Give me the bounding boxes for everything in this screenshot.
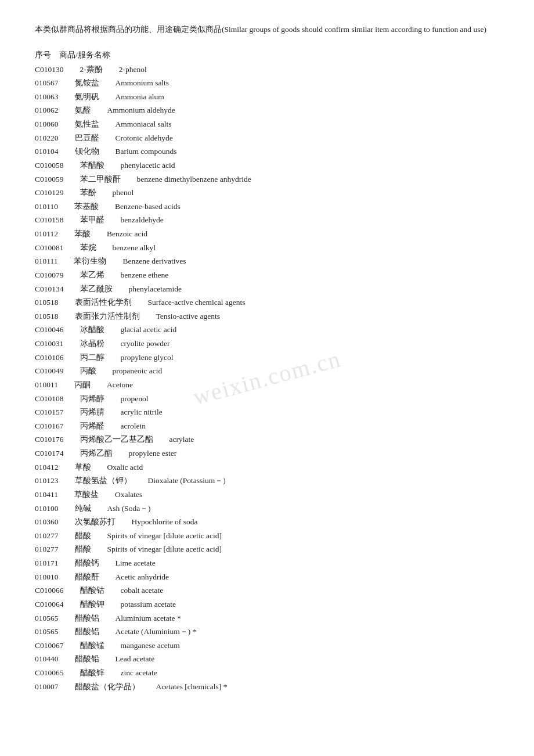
table-row: 010360 次氯酸苏打 Hypochlorite of soda [35,515,499,529]
table-row: 010518 表面活性化学剂 Surface-active chemical a… [35,296,499,309]
table-row: 010112 苯酸 Benzoic acid [35,227,499,241]
col-header-name: 商品/服务名称 [59,51,110,59]
table-row: 010171 醋酸钙 Lime acetate [35,556,499,570]
table-row: 010411 草酸盐 Oxalates [35,488,499,502]
table-row: 010111 苯衍生物 Benzene derivatives [35,254,499,268]
table-row: C010158 苯甲醛 benzaldehyde [35,213,499,227]
table-row: 010011 丙酮 Acetone [35,378,499,392]
table-row: C010049 丙酸 propaneoic acid [35,364,499,378]
table-header: 序号 商品/服务名称 [35,50,499,60]
table-row: C010046 冰醋酸 glacial acetic acid [35,323,499,337]
table-row: 010060 氨性盐 Ammoniacal salts [35,117,499,131]
table-row: 010100 纯碱 Ash (Soda－) [35,502,499,516]
table-row: 010565 醋酸铝 Aluminium acetate * [35,611,499,625]
table-row: C010167 丙烯醛 acrolein [35,419,499,433]
table-row: C010031 冰晶粉 cryolite powder [35,337,499,351]
table-row: 010518 表面张力活性制剂 Tensio-active agents [35,309,499,323]
table-row: 010123 草酸氢盐（钾） Dioxalate (Potassium－) [35,474,499,488]
table-row: 010277 醋酸 Spirits of vinegar [dilute ace… [35,529,499,543]
table-row: 010110 苯基酸 Benzene-based acids [35,200,499,214]
table-row: C010130 2-萘酚 2-phenol [35,63,499,77]
table-row: 010062 氨醛 Ammonium aldehyde [35,103,499,117]
col-header-num: 序号 [35,51,51,59]
table-row: C010157 丙烯腈 acrylic nitrile [35,405,499,419]
table-row: 010007 醋酸盐（化学品） Acetates [chemicals] * [35,680,499,694]
table-row: C010064 醋酸钾 potassium acetate [35,597,499,611]
table-row: C010134 苯乙酰胺 phenylacetamide [35,282,499,296]
table-row: 010567 氮铵盐 Ammonium salts [35,76,499,90]
table-row: C010066 醋酸钴 cobalt acetate [35,584,499,597]
table-row: C010067 醋酸锰 manganese acetum [35,639,499,653]
intro-text: 本类似群商品将根据商品的功能、用途确定类似商品(Similar groups o… [35,23,499,36]
table-row: 010440 醋酸铅 Lead acetate [35,652,499,666]
table-row: C010174 丙烯乙酯 propylene ester [35,447,499,460]
table-row: C010176 丙烯酸乙一乙基乙酯 acrylate [35,433,499,447]
table-row: C010058 苯醋酸 phenylacetic acid [35,159,499,172]
table-row: C010079 苯乙烯 benzene ethene [35,268,499,282]
table-row: 010412 草酸 Oxalic acid [35,460,499,474]
table-row: 010010 醋酸酐 Acetic anhydride [35,570,499,584]
table-row: 010063 氨明矾 Ammonia alum [35,90,499,104]
table-row: C010081 苯烷 benzene alkyl [35,241,499,255]
table-row: C010106 丙二醇 propylene glycol [35,351,499,365]
table-row: 010220 巴豆醛 Crotonic aldehyde [35,131,499,145]
table-row: 010104 钡化物 Barium compounds [35,145,499,159]
table-row: C010059 苯二甲酸酐 benzene dimethylbenzene an… [35,172,499,186]
table-row: C010108 丙烯醇 propenol [35,392,499,406]
table-row: 010277 醋酸 Spirits of vinegar [dilute ace… [35,542,499,556]
table-row: C010129 苯酚 phenol [35,186,499,200]
items-list: C010130 2-萘酚 2-phenol010567 氮铵盐 Ammonium… [35,63,499,694]
table-row: C010065 醋酸锌 zinc acetate [35,666,499,680]
table-row: 010565 醋酸铝 Acetate (Aluminium－) * [35,625,499,639]
